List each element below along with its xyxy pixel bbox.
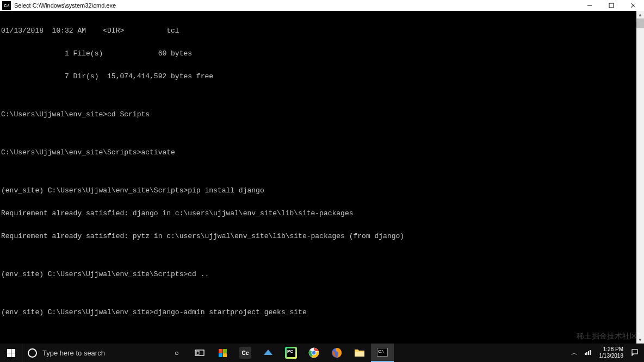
terminal-line: C:\Users\Ujjwal\env_site>cd Scripts [1,111,644,118]
svg-rect-15 [355,352,364,357]
svg-rect-19 [590,350,591,355]
start-button[interactable] [0,344,22,362]
cortana-mic-icon[interactable]: ○ [165,344,188,362]
tray-chevron-up-icon[interactable]: ︿ [568,348,581,358]
file-explorer-icon[interactable] [348,344,371,362]
minimize-button[interactable] [579,0,600,11]
window-titlebar: C:\ Select C:\Windows\system32\cmd.exe [0,0,644,11]
terminal-line: (env_site) C:\Users\Ujjwal\env_site\Scri… [1,271,644,278]
terminal-line: 01/13/2018 10:32 AM <DIR> tcl [1,27,644,35]
maximize-button[interactable] [600,0,622,11]
windows-logo-icon [7,349,15,357]
terminal-line: C:\Users\Ujjwal\env_site\Scripts>activat… [1,149,644,157]
task-icons: ○ Cc PC C:\ [165,344,394,362]
tray-network-icon[interactable] [581,349,595,357]
window-controls [579,0,644,11]
svg-rect-9 [223,353,227,357]
terminal-line: (env_site) C:\Users\Ujjwal\env_site>djan… [1,309,644,316]
svg-rect-18 [588,351,589,355]
svg-rect-17 [586,352,587,355]
taskbar-search[interactable]: Type here to search [22,344,163,362]
svg-rect-7 [223,349,227,353]
terminal-line: 1 File(s) 60 bytes [1,50,644,58]
svg-rect-6 [219,349,222,353]
svg-rect-16 [585,353,586,355]
cortana-icon [28,348,37,358]
svg-rect-8 [219,353,222,357]
terminal-line: (env_site) C:\Users\Ujjwal\env_site\Scri… [1,187,644,195]
clock-date: 1/13/2018 [599,353,624,359]
terminal-line: 7 Dir(s) 15,074,414,592 bytes free [1,73,644,80]
terminal-output[interactable]: 01/13/2018 10:32 AM <DIR> tcl 1 File(s) … [0,11,644,344]
notifications-icon[interactable] [628,348,642,358]
pycharm-icon[interactable]: PC [280,344,302,362]
watermark-text: 稀土掘金技术社区 [577,332,637,341]
cmd-icon: C:\ [2,1,11,10]
clock-time: 1:28 PM [599,346,624,353]
task-view-icon[interactable] [188,344,211,362]
search-placeholder: Type here to search [42,349,105,357]
taskbar-clock[interactable]: 1:28 PM 1/13/2018 [595,346,628,359]
microsoft-store-icon[interactable] [211,344,234,362]
window-title: Select C:\Windows\system32\cmd.exe [13,2,579,9]
cmd-taskbar-icon[interactable]: C:\ [371,344,394,362]
terminal-line: Requirement already satisfied: django in… [1,210,644,217]
adobe-cc-icon[interactable]: Cc [234,344,257,362]
scroll-down-button[interactable]: ▼ [636,336,644,344]
svg-rect-20 [632,349,637,354]
chrome-icon[interactable] [302,344,325,362]
scroll-thumb[interactable] [636,18,644,28]
scroll-up-button[interactable]: ▲ [636,11,644,18]
taskbar: Type here to search ○ Cc PC C:\ [0,344,644,362]
app-icon-blue[interactable] [257,344,280,362]
svg-rect-5 [196,351,199,354]
vertical-scrollbar[interactable]: ▲ ▼ [636,11,644,344]
close-button[interactable] [622,0,644,11]
system-tray: ︿ 1:28 PM 1/13/2018 [568,346,645,359]
terminal-line: Requirement already satisfied: pytz in c… [1,233,644,240]
svg-rect-1 [609,3,614,8]
firefox-icon[interactable] [325,344,348,362]
